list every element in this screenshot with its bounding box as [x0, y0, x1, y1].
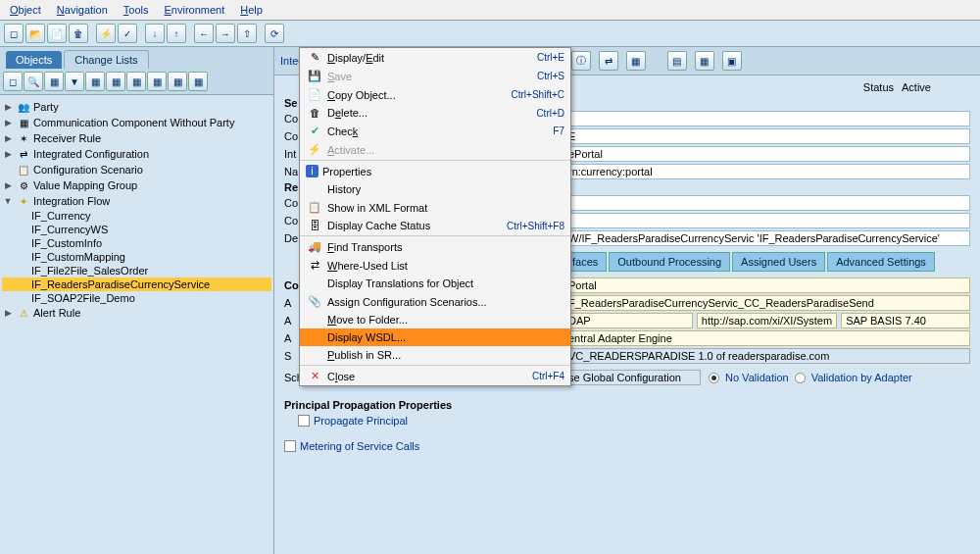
tree-receiver-rule[interactable]: ▶✶Receiver Rule: [2, 130, 271, 146]
ctx-find-transports[interactable]: 🚚Find Transports: [300, 237, 570, 256]
forward-icon[interactable]: →: [216, 24, 235, 43]
activate-icon: ⚡: [306, 143, 323, 156]
ctx-sep1: [300, 160, 570, 161]
back-icon[interactable]: ←: [194, 24, 214, 43]
status-label: Status: [863, 81, 894, 93]
tree-new-icon[interactable]: ◻: [3, 72, 23, 91]
tree-if-readersparadise[interactable]: IF_ReadersParadiseCurrencyService: [2, 277, 271, 291]
tree-misc3-icon[interactable]: ▦: [126, 72, 146, 91]
ctx-where-used[interactable]: ⇄Where-Used List: [300, 256, 570, 275]
tree-find-icon[interactable]: 🔍: [24, 72, 43, 91]
menu-navigation[interactable]: Navigation: [51, 2, 114, 18]
menu-object[interactable]: OObjectbject: [4, 2, 47, 18]
tree-misc1-icon[interactable]: ▦: [85, 72, 105, 91]
ppp-title: Principal Propagation Properties: [284, 399, 970, 411]
lbl-metering: Metering of Service Calls: [300, 440, 419, 452]
ctx-delete[interactable]: 🗑Delete...Ctrl+D: [300, 104, 570, 122]
check-icon[interactable]: ✓: [118, 24, 137, 43]
context-menu: ✎Display/EditCtrl+E 💾SaveCtrl+S 📄Copy Ob…: [299, 47, 571, 386]
dval-portal: Portal: [564, 277, 970, 293]
tool2-icon[interactable]: ▦: [695, 51, 714, 71]
val-ns: rn:currency:portal: [564, 164, 970, 179]
tree-integrated-config[interactable]: ▶⇄Integrated Configuration: [2, 146, 271, 162]
ctx-properties[interactable]: iProperties: [300, 162, 570, 180]
menu-environment[interactable]: Environment: [159, 2, 231, 18]
tree-if-custommapping[interactable]: IF_CustomMapping: [2, 250, 271, 264]
ctx-display-wsdl[interactable]: Display WSDL...: [300, 328, 570, 346]
ctx-assign-config-scenarios[interactable]: 📎Assign Configuration Scenarios...: [300, 292, 570, 311]
import-icon[interactable]: ↓: [145, 24, 165, 43]
ctx-close[interactable]: ✕CloseCtrl+F4: [300, 367, 570, 385]
tree-misc5-icon[interactable]: ▦: [168, 72, 187, 91]
main-toolbar: ◻ 📂 📄 🗑 ⚡ ✓ ↓ ↑ ← → ⇧ ⟳: [0, 21, 980, 47]
tree-alert-rule[interactable]: ▶⚠Alert Rule: [2, 305, 271, 321]
ctx-move-to-folder[interactable]: Move to Folder...: [300, 311, 570, 328]
menubar: OObjectbject Navigation Tools Environmen…: [0, 0, 980, 21]
xml-icon: 📋: [306, 201, 323, 214]
save-icon: 💾: [306, 70, 323, 82]
tree-misc2-icon[interactable]: ▦: [106, 72, 125, 91]
radio-validation-adapter-label: Validation by Adapter: [811, 372, 912, 383]
subtab-assigned-users[interactable]: Assigned Users: [732, 252, 825, 272]
ctx-publish-sr[interactable]: Publish in SR...: [300, 346, 570, 364]
dval-soap: DAP: [564, 313, 693, 328]
new-icon[interactable]: ◻: [4, 24, 24, 43]
dval-ver: SAP BASIS 7.40: [841, 313, 970, 328]
copy-icon[interactable]: 📄: [47, 24, 67, 43]
transport-icon: 🚚: [306, 240, 323, 253]
menu-help[interactable]: Help: [234, 2, 269, 18]
tree-misc4-icon[interactable]: ▦: [147, 72, 167, 91]
xml-icon[interactable]: ▦: [626, 51, 646, 71]
tree-if-currencyws[interactable]: IF_CurrencyWS: [2, 223, 271, 236]
detail-tabs: faces Outbound Processing Assigned Users…: [564, 252, 970, 272]
subtab-outbound[interactable]: Outbound Processing: [609, 252, 730, 272]
tree-filter-icon[interactable]: ▦: [44, 72, 64, 91]
whereused-icon[interactable]: ⇄: [599, 51, 618, 71]
tree-party[interactable]: ▶👥Party: [2, 99, 271, 115]
tool1-icon[interactable]: ▤: [667, 51, 687, 71]
open-icon[interactable]: 📂: [25, 24, 45, 43]
menu-tools[interactable]: Tools: [118, 2, 155, 18]
ctx-cache-status[interactable]: 🗄Display Cache StatusCtrl+Shift+F8: [300, 217, 570, 234]
info-icon[interactable]: ⓘ: [571, 51, 591, 71]
where-used-icon: ⇄: [306, 259, 323, 272]
tree-if-currency[interactable]: IF_Currency: [2, 209, 271, 223]
refresh-icon[interactable]: ⟳: [265, 24, 284, 43]
tree-if-custominfo[interactable]: IF_CustomInfo: [2, 236, 271, 250]
delete-icon[interactable]: 🗑: [69, 24, 88, 43]
tree-integration-flow[interactable]: ▼✦Integration Flow: [2, 193, 271, 209]
ctx-history[interactable]: History: [300, 180, 570, 198]
left-tabs: Objects Change Lists: [0, 47, 273, 69]
tree-config-scenario[interactable]: 📋Configuration Scenario: [2, 162, 271, 177]
ctx-save: 💾SaveCtrl+S: [300, 67, 570, 85]
tree-expand-icon[interactable]: ▼: [65, 72, 84, 91]
tab-changelists[interactable]: Change Lists: [64, 50, 148, 69]
dval-ns2: http://sap.com/xi/XI/System: [697, 313, 837, 328]
ctx-check[interactable]: ✔CheckF7: [300, 122, 570, 140]
radio-no-validation[interactable]: [709, 373, 719, 383]
tree-value-mapping[interactable]: ▶⚙Value Mapping Group: [2, 177, 271, 193]
subtab-advanced[interactable]: Advanced Settings: [827, 252, 935, 272]
activate-icon[interactable]: ⚡: [96, 24, 116, 43]
ctx-display-edit[interactable]: ✎Display/EditCtrl+E: [300, 48, 570, 67]
cb-metering[interactable]: [284, 440, 296, 452]
tree-if-soap2file[interactable]: IF_SOAP2File_Demo: [2, 291, 271, 305]
tree-misc6-icon[interactable]: ▦: [188, 72, 208, 91]
radio-no-validation-label: No Validation: [725, 372, 789, 383]
cb-propagate-principal[interactable]: [298, 415, 310, 427]
dval-cc: F_ReadersParadiseCurrencyServic_CC_Reade…: [564, 295, 970, 311]
tree-comm-component[interactable]: ▶▦Communication Component Without Party: [2, 115, 271, 130]
cache-icon: 🗄: [306, 220, 323, 231]
ctx-copy-object[interactable]: 📄Copy Object...Ctrl+Shift+C: [300, 85, 570, 104]
tool3-icon[interactable]: ▣: [722, 51, 742, 71]
tree-if-file2file[interactable]: IF_File2File_SalesOrder: [2, 264, 271, 277]
up-icon[interactable]: ⇧: [237, 24, 257, 43]
export-icon[interactable]: ↑: [167, 24, 186, 43]
ctx-show-xml[interactable]: 📋Show in XML Format: [300, 198, 570, 217]
val-co4: [564, 213, 970, 228]
tab-objects[interactable]: Objects: [6, 51, 62, 69]
radio-validation-adapter[interactable]: [795, 373, 806, 383]
intconf-icon: ⇄: [17, 147, 30, 161]
ctx-display-translations[interactable]: Display Translations for Object: [300, 275, 570, 292]
val-ws: W/IF_ReadersParadiseCurrencyServic 'IF_R…: [564, 230, 970, 246]
